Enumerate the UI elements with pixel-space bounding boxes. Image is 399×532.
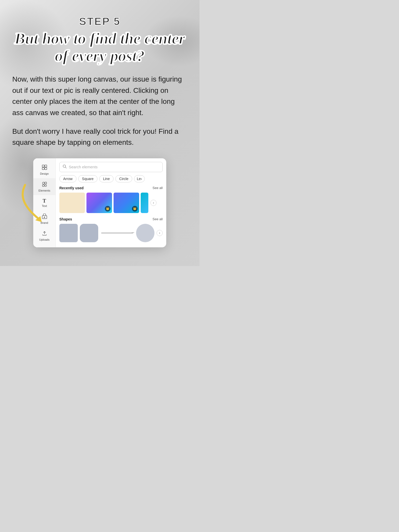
shape-line-container — [100, 233, 134, 233]
thumbnails-row: 👑 👑 › — [59, 193, 163, 213]
shapes-header: Shapes See all — [59, 217, 163, 221]
main-content: STEP 5 But how to find the center of eve… — [0, 0, 199, 258]
svg-line-13 — [65, 167, 66, 168]
tags-row: Arrow Square Line Circle Le› — [59, 175, 163, 182]
shapes-see-all[interactable]: See all — [152, 217, 163, 221]
crown-badge-1: 👑 — [105, 206, 110, 212]
recently-used-see-all[interactable]: See all — [152, 186, 163, 190]
thumb-beige[interactable] — [59, 193, 85, 213]
tag-line[interactable]: Line — [99, 175, 114, 182]
body-text-2: But don't worry I have really cool trick… — [12, 126, 187, 148]
yellow-arrow-annotation — [17, 180, 58, 227]
ui-panel-wrapper: Design Elements — [12, 158, 187, 247]
thumb-gradient2[interactable]: 👑 — [114, 193, 139, 213]
svg-rect-1 — [42, 165, 44, 167]
uploads-icon — [42, 230, 47, 237]
svg-rect-3 — [42, 168, 44, 170]
shapes-row: › — [59, 224, 163, 242]
body-text-1: Now, with this super long canvas, our is… — [12, 74, 187, 118]
search-bar[interactable]: Search elements — [59, 162, 163, 172]
search-icon — [63, 164, 67, 170]
sidebar-item-uploads[interactable]: Uploads — [33, 227, 56, 244]
shapes-next-btn[interactable]: › — [157, 230, 163, 236]
shape-square[interactable] — [59, 224, 78, 242]
tag-circle[interactable]: Circle — [115, 175, 132, 182]
sidebar-design-label: Design — [40, 172, 49, 175]
shape-circle[interactable] — [136, 224, 154, 242]
thumbnails-next-btn[interactable]: › — [150, 200, 157, 206]
svg-rect-2 — [45, 165, 47, 167]
sidebar-uploads-label: Uploads — [39, 238, 49, 241]
recently-used-header: Recently used See all — [59, 186, 163, 190]
tag-square[interactable]: Square — [78, 175, 97, 182]
design-icon — [42, 164, 47, 171]
tag-more[interactable]: Le› — [134, 175, 145, 182]
sidebar-item-design[interactable]: Design — [33, 161, 56, 178]
recently-used-title: Recently used — [59, 186, 84, 190]
shape-line[interactable] — [101, 233, 133, 233]
search-placeholder: Search elements — [69, 165, 98, 169]
tag-arrow[interactable]: Arrow — [59, 175, 76, 182]
elements-main-panel: Search elements Arrow Square Line Circle… — [56, 158, 166, 247]
svg-rect-4 — [45, 168, 47, 170]
crown-badge-2: 👑 — [132, 206, 138, 212]
main-heading: But how to find the center of every post… — [12, 30, 187, 64]
step-label: STEP 5 — [12, 15, 187, 28]
shape-rounded-rect[interactable] — [80, 224, 98, 242]
thumb-blue-partial[interactable] — [141, 193, 148, 213]
shapes-title: Shapes — [59, 217, 72, 221]
thumb-gradient1[interactable]: 👑 — [86, 193, 112, 213]
